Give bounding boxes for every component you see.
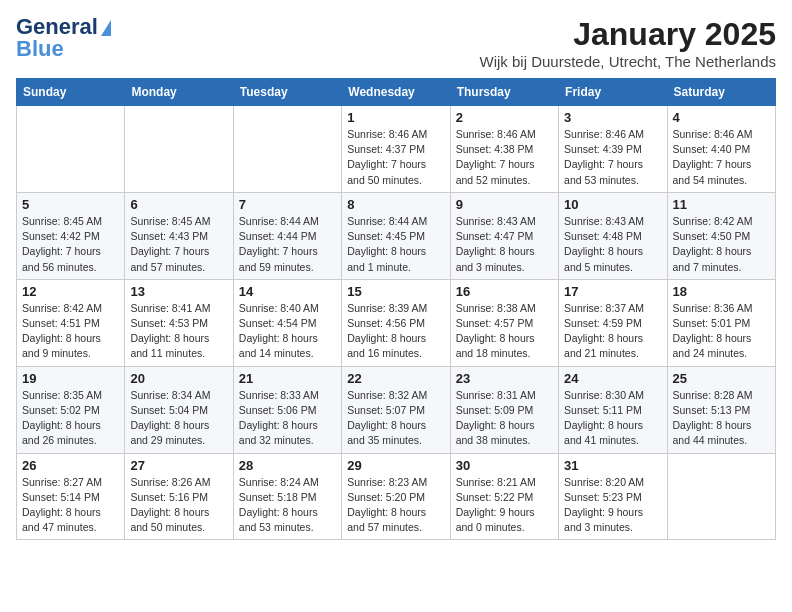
logo-blue: Blue <box>16 38 111 60</box>
col-monday: Monday <box>125 79 233 106</box>
day-content: Sunrise: 8:27 AM Sunset: 5:14 PM Dayligh… <box>22 475 119 536</box>
table-row: 29Sunrise: 8:23 AM Sunset: 5:20 PM Dayli… <box>342 453 450 540</box>
logo-general: General <box>16 16 111 38</box>
table-row: 13Sunrise: 8:41 AM Sunset: 4:53 PM Dayli… <box>125 279 233 366</box>
table-row <box>667 453 775 540</box>
table-row: 31Sunrise: 8:20 AM Sunset: 5:23 PM Dayli… <box>559 453 667 540</box>
day-content: Sunrise: 8:31 AM Sunset: 5:09 PM Dayligh… <box>456 388 553 449</box>
day-content: Sunrise: 8:35 AM Sunset: 5:02 PM Dayligh… <box>22 388 119 449</box>
day-content: Sunrise: 8:32 AM Sunset: 5:07 PM Dayligh… <box>347 388 444 449</box>
day-number: 29 <box>347 458 444 473</box>
day-content: Sunrise: 8:23 AM Sunset: 5:20 PM Dayligh… <box>347 475 444 536</box>
day-content: Sunrise: 8:43 AM Sunset: 4:47 PM Dayligh… <box>456 214 553 275</box>
day-number: 30 <box>456 458 553 473</box>
table-row: 3Sunrise: 8:46 AM Sunset: 4:39 PM Daylig… <box>559 106 667 193</box>
day-content: Sunrise: 8:46 AM Sunset: 4:38 PM Dayligh… <box>456 127 553 188</box>
day-number: 24 <box>564 371 661 386</box>
day-number: 10 <box>564 197 661 212</box>
table-row: 7Sunrise: 8:44 AM Sunset: 4:44 PM Daylig… <box>233 192 341 279</box>
day-content: Sunrise: 8:24 AM Sunset: 5:18 PM Dayligh… <box>239 475 336 536</box>
week-row-3: 12Sunrise: 8:42 AM Sunset: 4:51 PM Dayli… <box>17 279 776 366</box>
day-content: Sunrise: 8:36 AM Sunset: 5:01 PM Dayligh… <box>673 301 770 362</box>
day-content: Sunrise: 8:26 AM Sunset: 5:16 PM Dayligh… <box>130 475 227 536</box>
day-number: 16 <box>456 284 553 299</box>
day-content: Sunrise: 8:45 AM Sunset: 4:43 PM Dayligh… <box>130 214 227 275</box>
table-row: 2Sunrise: 8:46 AM Sunset: 4:38 PM Daylig… <box>450 106 558 193</box>
week-row-4: 19Sunrise: 8:35 AM Sunset: 5:02 PM Dayli… <box>17 366 776 453</box>
day-number: 28 <box>239 458 336 473</box>
table-row: 6Sunrise: 8:45 AM Sunset: 4:43 PM Daylig… <box>125 192 233 279</box>
logo-icon: General Blue <box>16 16 111 60</box>
day-content: Sunrise: 8:41 AM Sunset: 4:53 PM Dayligh… <box>130 301 227 362</box>
day-content: Sunrise: 8:40 AM Sunset: 4:54 PM Dayligh… <box>239 301 336 362</box>
table-row: 19Sunrise: 8:35 AM Sunset: 5:02 PM Dayli… <box>17 366 125 453</box>
day-number: 27 <box>130 458 227 473</box>
col-wednesday: Wednesday <box>342 79 450 106</box>
day-number: 19 <box>22 371 119 386</box>
table-row: 21Sunrise: 8:33 AM Sunset: 5:06 PM Dayli… <box>233 366 341 453</box>
day-number: 6 <box>130 197 227 212</box>
col-saturday: Saturday <box>667 79 775 106</box>
day-number: 23 <box>456 371 553 386</box>
day-number: 22 <box>347 371 444 386</box>
day-content: Sunrise: 8:45 AM Sunset: 4:42 PM Dayligh… <box>22 214 119 275</box>
day-content: Sunrise: 8:44 AM Sunset: 4:45 PM Dayligh… <box>347 214 444 275</box>
table-row: 27Sunrise: 8:26 AM Sunset: 5:16 PM Dayli… <box>125 453 233 540</box>
day-number: 3 <box>564 110 661 125</box>
day-number: 8 <box>347 197 444 212</box>
day-number: 17 <box>564 284 661 299</box>
day-number: 31 <box>564 458 661 473</box>
table-row: 8Sunrise: 8:44 AM Sunset: 4:45 PM Daylig… <box>342 192 450 279</box>
day-number: 4 <box>673 110 770 125</box>
table-row: 10Sunrise: 8:43 AM Sunset: 4:48 PM Dayli… <box>559 192 667 279</box>
week-row-2: 5Sunrise: 8:45 AM Sunset: 4:42 PM Daylig… <box>17 192 776 279</box>
col-sunday: Sunday <box>17 79 125 106</box>
day-number: 13 <box>130 284 227 299</box>
table-row: 28Sunrise: 8:24 AM Sunset: 5:18 PM Dayli… <box>233 453 341 540</box>
day-content: Sunrise: 8:43 AM Sunset: 4:48 PM Dayligh… <box>564 214 661 275</box>
day-number: 12 <box>22 284 119 299</box>
col-tuesday: Tuesday <box>233 79 341 106</box>
table-row: 5Sunrise: 8:45 AM Sunset: 4:42 PM Daylig… <box>17 192 125 279</box>
page-header: General Blue January 2025 Wijk bij Duurs… <box>16 16 776 70</box>
table-row: 9Sunrise: 8:43 AM Sunset: 4:47 PM Daylig… <box>450 192 558 279</box>
day-content: Sunrise: 8:20 AM Sunset: 5:23 PM Dayligh… <box>564 475 661 536</box>
table-row: 24Sunrise: 8:30 AM Sunset: 5:11 PM Dayli… <box>559 366 667 453</box>
table-row: 30Sunrise: 8:21 AM Sunset: 5:22 PM Dayli… <box>450 453 558 540</box>
day-content: Sunrise: 8:44 AM Sunset: 4:44 PM Dayligh… <box>239 214 336 275</box>
day-number: 9 <box>456 197 553 212</box>
week-row-1: 1Sunrise: 8:46 AM Sunset: 4:37 PM Daylig… <box>17 106 776 193</box>
day-number: 2 <box>456 110 553 125</box>
day-number: 11 <box>673 197 770 212</box>
table-row <box>17 106 125 193</box>
day-number: 26 <box>22 458 119 473</box>
title-section: January 2025 Wijk bij Duurstede, Utrecht… <box>479 16 776 70</box>
day-content: Sunrise: 8:21 AM Sunset: 5:22 PM Dayligh… <box>456 475 553 536</box>
calendar-table: Sunday Monday Tuesday Wednesday Thursday… <box>16 78 776 540</box>
day-content: Sunrise: 8:38 AM Sunset: 4:57 PM Dayligh… <box>456 301 553 362</box>
day-content: Sunrise: 8:37 AM Sunset: 4:59 PM Dayligh… <box>564 301 661 362</box>
week-row-5: 26Sunrise: 8:27 AM Sunset: 5:14 PM Dayli… <box>17 453 776 540</box>
day-content: Sunrise: 8:28 AM Sunset: 5:13 PM Dayligh… <box>673 388 770 449</box>
calendar-header-row: Sunday Monday Tuesday Wednesday Thursday… <box>17 79 776 106</box>
day-number: 21 <box>239 371 336 386</box>
day-number: 1 <box>347 110 444 125</box>
day-number: 25 <box>673 371 770 386</box>
day-content: Sunrise: 8:34 AM Sunset: 5:04 PM Dayligh… <box>130 388 227 449</box>
day-number: 7 <box>239 197 336 212</box>
table-row <box>233 106 341 193</box>
table-row: 14Sunrise: 8:40 AM Sunset: 4:54 PM Dayli… <box>233 279 341 366</box>
day-number: 14 <box>239 284 336 299</box>
day-content: Sunrise: 8:46 AM Sunset: 4:39 PM Dayligh… <box>564 127 661 188</box>
day-number: 18 <box>673 284 770 299</box>
month-title: January 2025 <box>479 16 776 53</box>
table-row: 22Sunrise: 8:32 AM Sunset: 5:07 PM Dayli… <box>342 366 450 453</box>
day-content: Sunrise: 8:42 AM Sunset: 4:50 PM Dayligh… <box>673 214 770 275</box>
location-subtitle: Wijk bij Duurstede, Utrecht, The Netherl… <box>479 53 776 70</box>
table-row: 16Sunrise: 8:38 AM Sunset: 4:57 PM Dayli… <box>450 279 558 366</box>
day-content: Sunrise: 8:46 AM Sunset: 4:40 PM Dayligh… <box>673 127 770 188</box>
table-row: 11Sunrise: 8:42 AM Sunset: 4:50 PM Dayli… <box>667 192 775 279</box>
day-content: Sunrise: 8:33 AM Sunset: 5:06 PM Dayligh… <box>239 388 336 449</box>
logo-display: General Blue <box>16 16 111 60</box>
col-thursday: Thursday <box>450 79 558 106</box>
